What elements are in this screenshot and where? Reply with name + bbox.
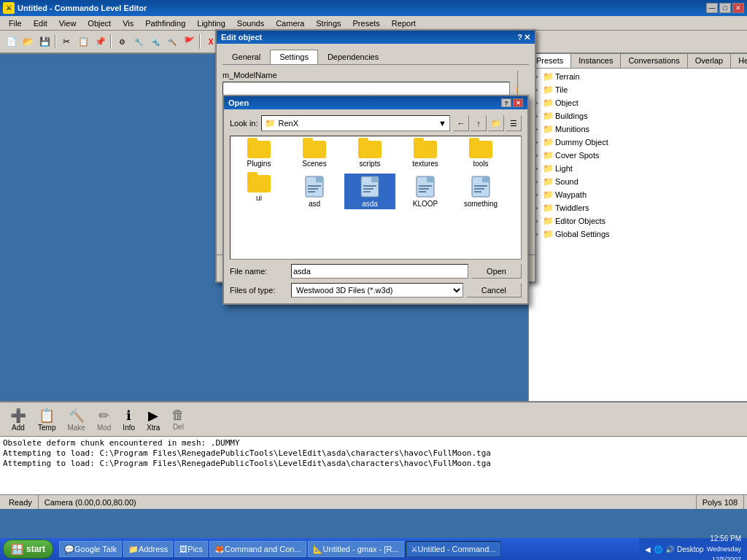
taskbar-item-gmax[interactable]: 📐 Untitled - gmax - [R...	[308, 541, 404, 557]
log-area[interactable]: Obsolete deform chunk encountered in mes…	[0, 436, 747, 494]
menu-file[interactable]: File	[3, 18, 28, 29]
nav-up-button[interactable]: ↑	[471, 115, 487, 131]
tool-4[interactable]: 🔨	[164, 34, 180, 50]
look-in-select[interactable]: 📁 RenX ▼	[261, 115, 450, 131]
taskbar-item-pics[interactable]: 🖼 Pics	[174, 541, 208, 557]
tool-1[interactable]: ⚙	[114, 34, 130, 50]
xtra-label: Xtra	[147, 424, 160, 432]
expand-tray-icon[interactable]: ◀	[645, 545, 651, 553]
file-icon-asda	[358, 175, 382, 198]
open-dialog-help[interactable]: ?	[501, 98, 511, 107]
tab-instances[interactable]: Instances	[571, 54, 621, 68]
tree-item-global-settings[interactable]: + 📁 Global Settings	[530, 228, 746, 241]
tab-general[interactable]: General	[222, 50, 270, 64]
tree-item-waypath[interactable]: + 📁 Waypath	[530, 188, 746, 201]
tree-item-munitions[interactable]: + 📁 Munitions	[530, 122, 746, 136]
view-mode-button[interactable]: ☰	[506, 115, 522, 131]
tab-overlap[interactable]: Overlap	[688, 54, 732, 68]
tree-label-terrain: Terrain	[555, 72, 580, 81]
copy-button[interactable]: 📋	[75, 34, 91, 50]
edit-dialog-help[interactable]: ?	[517, 33, 522, 42]
folder-icon-tile: 📁	[542, 84, 554, 96]
file-something[interactable]: something	[455, 174, 506, 209]
folder-icon-coverspots: 📁	[542, 149, 554, 161]
filetype-label: Files of type:	[230, 286, 288, 295]
open-dialog-close[interactable]: ✕	[513, 98, 523, 107]
tree-item-sound[interactable]: + 📁 Sound	[530, 175, 746, 188]
tree-item-editor-objects[interactable]: + 📁 Editor Objects	[530, 214, 746, 228]
tree-item-dummy[interactable]: + 📁 Dummy Object	[530, 136, 746, 149]
cancel-btn[interactable]: Cancel	[466, 283, 522, 298]
edit-dialog-close[interactable]: ✕	[524, 33, 530, 42]
tab-dependencies[interactable]: Dependencies	[318, 50, 388, 64]
info-button[interactable]: ℹ Info	[118, 406, 139, 433]
open-button[interactable]: 📂	[20, 34, 36, 50]
menu-camera[interactable]: Camera	[270, 18, 310, 29]
minimize-button[interactable]: —	[706, 3, 718, 13]
desktop-label[interactable]: Desktop	[677, 545, 704, 553]
tab-heightfield[interactable]: Heightfield	[731, 54, 747, 68]
model-name-input[interactable]	[222, 82, 510, 96]
folder-textures[interactable]: textures	[400, 139, 451, 169]
open-btn[interactable]: Open	[471, 264, 522, 279]
tree-item-buildings[interactable]: + 📁 Buildings	[530, 109, 746, 122]
make-button[interactable]: 🔨 Make	[63, 406, 89, 433]
edit-dialog-title: Edit object ? ✕	[217, 31, 535, 44]
folder-scripts[interactable]: scripts	[344, 139, 395, 169]
mod-button[interactable]: ✏ Mod	[93, 406, 115, 433]
del-button[interactable]: 🗑 Del	[167, 406, 189, 432]
filetype-select[interactable]: Westwood 3D Files (*.w3d)	[291, 283, 463, 298]
tree-item-coverspots[interactable]: + 📁 Cover Spots	[530, 149, 746, 162]
folder-scenes[interactable]: Scenes	[289, 139, 340, 169]
menu-object[interactable]: Object	[82, 18, 117, 29]
folder-plugins[interactable]: Plugins	[233, 139, 285, 169]
taskbar-item-googletalk[interactable]: 💬 Google Talk	[59, 541, 122, 557]
menu-report[interactable]: Report	[386, 18, 422, 29]
tab-settings[interactable]: Settings	[270, 50, 318, 64]
tree-item-twiddlers[interactable]: + 📁 Twiddlers	[530, 201, 746, 214]
cut-button[interactable]: ✂	[58, 34, 74, 50]
taskbar-item-firefox[interactable]: 🦊 Command and Con...	[209, 541, 306, 557]
folder-icon-sound: 📁	[542, 176, 554, 187]
file-kloop[interactable]: KLOOP	[400, 174, 451, 209]
menu-vis[interactable]: Vis	[117, 18, 139, 29]
start-button[interactable]: 🪟 start	[3, 540, 53, 559]
tree-item-object[interactable]: + 📁 Object	[530, 96, 746, 109]
folder-tools[interactable]: tools	[455, 139, 506, 169]
tool-3[interactable]: 🔩	[147, 34, 163, 50]
filename-input[interactable]	[291, 264, 468, 279]
nav-back-button[interactable]: ←	[453, 115, 469, 131]
close-button[interactable]: ✕	[732, 3, 744, 13]
taskbar-item-address[interactable]: 📁 Address	[123, 541, 173, 557]
file-name-asd: asd	[309, 200, 320, 208]
tree-item-tile[interactable]: + 📁 Tile	[530, 83, 746, 96]
paste-button[interactable]: 📌	[92, 34, 108, 50]
clock-time: 12:56 PM	[707, 534, 741, 544]
tree-item-terrain[interactable]: + 📁 Terrain	[530, 70, 746, 83]
taskbar-item-level-editor[interactable]: ⚔ Untitled - Command...	[406, 541, 501, 557]
folder-ui[interactable]: ui	[233, 174, 285, 209]
menu-lighting[interactable]: Lighting	[191, 18, 231, 29]
tool-2[interactable]: 🔧	[131, 34, 147, 50]
create-folder-button[interactable]: 📁	[488, 115, 504, 131]
menu-pathfinding[interactable]: Pathfinding	[139, 18, 191, 29]
edit-dialog-title-text: Edit object	[221, 33, 262, 42]
tool-5[interactable]: 🚩	[181, 34, 197, 50]
xtra-button[interactable]: ▶ Xtra	[142, 406, 164, 433]
menu-strings[interactable]: Strings	[310, 18, 347, 29]
tree-item-light[interactable]: + 📁 Light	[530, 162, 746, 175]
file-asd[interactable]: asd	[289, 174, 340, 209]
temp-button[interactable]: 📋 Temp	[34, 406, 60, 433]
menu-edit[interactable]: Edit	[28, 18, 53, 29]
save-button[interactable]: 💾	[36, 34, 53, 50]
tab-conversations[interactable]: Conversations	[621, 54, 687, 68]
menu-view[interactable]: View	[53, 18, 82, 29]
svg-rect-3	[308, 188, 318, 190]
svg-rect-19	[474, 191, 481, 192]
menu-presets[interactable]: Presets	[347, 18, 386, 29]
maximize-button[interactable]: □	[719, 3, 731, 13]
new-button[interactable]: 📄	[3, 34, 19, 50]
add-button[interactable]: ➕ Add	[6, 406, 31, 433]
file-asda[interactable]: asda	[344, 174, 395, 209]
menu-sounds[interactable]: Sounds	[231, 18, 270, 29]
